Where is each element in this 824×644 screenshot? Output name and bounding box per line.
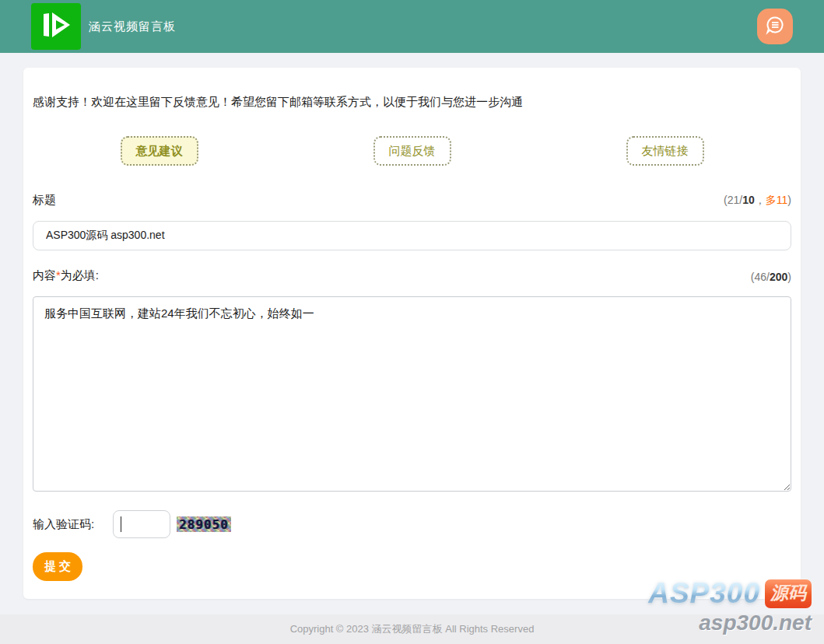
watermark-brand: ASP300	[648, 577, 760, 610]
content-counter: (46/200)	[751, 271, 791, 283]
site-logo[interactable]	[31, 3, 81, 50]
watermark-brand-row: ASP300 源码	[648, 577, 812, 610]
copyright-text: Copyright © 2023 涵云视频留言板 All Rights Rese…	[290, 622, 535, 636]
captcha-input[interactable]	[113, 510, 170, 538]
watermark-badge: 源码	[765, 579, 812, 608]
content-textarea[interactable]: 服务中国互联网，建站24年我们不忘初心，始终如一	[33, 296, 791, 492]
captcha-row: 输入验证码: 289050	[33, 510, 791, 538]
chat-button[interactable]	[757, 9, 793, 44]
watermark: ASP300 源码 asp300.net	[648, 577, 812, 635]
content-label-row: 内容*为必填: (46/200)	[33, 268, 791, 283]
watermark-domain: asp300.net	[648, 611, 812, 635]
title-counter: (21/10，多11)	[724, 194, 791, 208]
title-label-row: 标题 (21/10，多11)	[33, 193, 791, 208]
header: 涵云视频留言板	[0, 0, 824, 53]
chat-bubble-icon	[764, 14, 786, 39]
feedback-card: 感谢支持！欢迎在这里留下反馈意见！希望您留下邮箱等联系方式，以便于我们与您进一步…	[23, 68, 801, 599]
content-label: 内容*为必填:	[33, 268, 99, 283]
play-icon	[39, 9, 73, 44]
tab-issue-feedback[interactable]: 问题反馈	[373, 136, 451, 166]
captcha-label: 输入验证码:	[33, 517, 94, 532]
tab-bar: 意见建议 问题反馈 友情链接	[33, 136, 791, 166]
tab-friend-links[interactable]: 友情链接	[626, 136, 704, 166]
site-title: 涵云视频留言板	[89, 19, 176, 34]
page: 涵云视频留言板 感谢支持！欢迎在这里留下反馈意见！希望您留下邮箱等联系方式，以便…	[0, 0, 824, 644]
captcha-input-wrap	[113, 510, 170, 538]
title-input[interactable]	[33, 221, 791, 250]
captcha-image[interactable]: 289050	[177, 516, 231, 532]
tab-suggestions[interactable]: 意见建议	[121, 136, 198, 166]
text-caret	[121, 516, 121, 532]
title-label: 标题	[33, 193, 56, 208]
submit-button[interactable]: 提 交	[33, 552, 82, 581]
intro-text: 感谢支持！欢迎在这里留下反馈意见！希望您留下邮箱等联系方式，以便于我们与您进一步…	[33, 95, 791, 110]
